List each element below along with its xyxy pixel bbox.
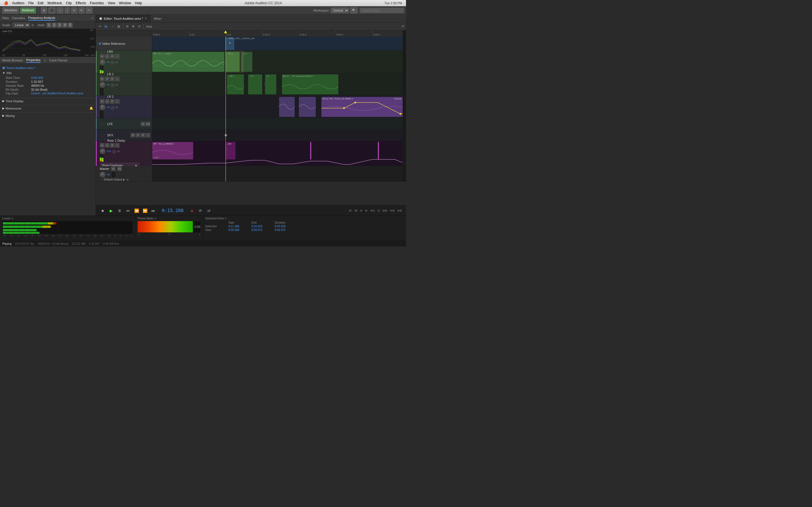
sel-view-duration[interactable]: 0:56.672: [274, 228, 294, 231]
lr0-volume-knob[interactable]: [100, 59, 105, 65]
waveform-btn[interactable]: Waveform: [2, 7, 19, 13]
track-content-master[interactable]: [152, 166, 403, 181]
time-display-header[interactable]: ▶ Time Display: [2, 99, 93, 103]
track-content-lr2[interactable]: DP w. PW - Touch_01 48000 1 Volume: [152, 96, 403, 118]
settings-icon[interactable]: ⚙: [402, 24, 404, 28]
hold-btn-3[interactable]: 3: [57, 23, 62, 27]
lfe-expand[interactable]: ⋮⋮: [100, 122, 105, 125]
sfx-btn-r[interactable]: R: [141, 133, 145, 137]
hold-btn-2[interactable]: 2: [52, 23, 56, 27]
track-content-lr1[interactable]: ...00 1 ...0 1 ...1 MC H - ...NT: [152, 73, 403, 96]
hold-btn-4[interactable]: 4: [63, 23, 67, 27]
menu-view[interactable]: View: [106, 1, 117, 6]
sel-selection-duration[interactable]: 0:04.929: [274, 225, 294, 228]
toolbar-icon-draw[interactable]: ✏: [79, 7, 85, 13]
multitrack-btn[interactable]: Multitrack: [20, 7, 36, 13]
tab-mixer[interactable]: Mixer: [151, 15, 165, 22]
master-output-label[interactable]: Default Output: [104, 178, 122, 181]
selection-menu-icon[interactable]: ≡: [225, 217, 226, 220]
lr2-clip1[interactable]: [279, 97, 295, 117]
panel-menu-icon[interactable]: ≡: [92, 16, 93, 20]
master-volume-knob[interactable]: [100, 172, 105, 177]
zoom-in-more[interactable]: ⊕⊕: [382, 209, 388, 213]
toolbar-icon-smooth[interactable]: 〜: [86, 7, 93, 13]
lr2-btn-m[interactable]: M: [100, 99, 104, 104]
tl-circle[interactable]: ⊙: [137, 24, 142, 29]
metronome-header[interactable]: ▶ Metronome 🔔: [2, 107, 93, 110]
master-btn-s[interactable]: (S): [117, 166, 122, 171]
menu-favorites[interactable]: Favorites: [88, 1, 105, 6]
tab-editor-main[interactable]: ▣ Editor: Touch Audition.sesx * ✕: [96, 15, 151, 22]
tl-minus[interactable]: ⊖: [125, 24, 130, 29]
transport-to-start[interactable]: ⏮: [124, 207, 132, 214]
menu-help[interactable]: Help: [133, 1, 144, 6]
sfx-btn-s[interactable]: S: [136, 133, 140, 137]
rear1-btn-s[interactable]: S: [105, 143, 109, 148]
lr1-btn-r[interactable]: R: [110, 76, 114, 81]
transport-fast-forward[interactable]: ⏩: [142, 207, 148, 214]
lr0-expand[interactable]: ⋮⋮: [100, 50, 106, 53]
sfx-expand[interactable]: ⋮⋮: [100, 133, 105, 136]
tab-files[interactable]: Files: [2, 16, 9, 20]
lr2-volume-knob[interactable]: [100, 105, 105, 110]
transport-rewind[interactable]: ⏪: [133, 207, 140, 214]
zoom-fit[interactable]: ⊡: [377, 209, 380, 213]
lr0-btn-r[interactable]: R: [110, 54, 114, 59]
rear1-btn-i[interactable]: I: [115, 143, 119, 148]
transport-to-end[interactable]: ⏭: [150, 207, 157, 214]
toolbar-icon-select[interactable]: ↕: [64, 7, 70, 13]
tl-undo[interactable]: ↩: [98, 24, 102, 29]
transport-pause[interactable]: ⏸: [116, 207, 123, 214]
menu-edit[interactable]: Edit: [36, 1, 45, 6]
lr1-clip4[interactable]: MC H - ...NT removed 48000 1: [282, 74, 338, 94]
tl-routing[interactable]: →: [110, 24, 115, 29]
lr2-btn-i[interactable]: I: [115, 99, 119, 104]
mixing-header[interactable]: ▶ Mixing: [2, 114, 93, 117]
track-content-video[interactable]: 🎬 A001_C007_1209GS_001: [152, 37, 403, 50]
toolbar-icon-2[interactable]: ⬛: [48, 7, 56, 13]
toolbar-icon-1[interactable]: ⊡: [41, 7, 47, 13]
track-content-rear1[interactable]: DP - Tou...p 48000 1 1114 ...tter: [152, 141, 403, 166]
track-content-lfe[interactable]: [152, 118, 403, 129]
lr1-clip2[interactable]: ...0 1: [248, 74, 262, 94]
sel-selection-end[interactable]: 0:16.415: [252, 225, 271, 228]
master-output-expand[interactable]: ▶: [123, 178, 125, 181]
toolbar-icon-cut[interactable]: ✂: [71, 7, 77, 13]
tab-favorites[interactable]: Favorites: [12, 16, 25, 20]
levels-menu-icon[interactable]: ≡: [11, 217, 13, 220]
lfe-btn-s[interactable]: (S): [146, 122, 150, 126]
menu-audition[interactable]: Audition: [10, 1, 26, 6]
master-btn-m[interactable]: M: [111, 166, 116, 171]
lr2-clip3[interactable]: DP w. PW - Touch_01 48000 1 Volume: [321, 97, 403, 117]
rear1-volume-knob[interactable]: [100, 149, 105, 154]
track-content-sfx[interactable]: [152, 129, 403, 140]
apple-logo[interactable]: 🍎: [2, 1, 10, 6]
info-section-header[interactable]: ▼ Info: [2, 71, 93, 75]
toolbar-icon-move[interactable]: ↔: [57, 7, 63, 13]
transport-loop[interactable]: ⟳: [197, 207, 204, 214]
rear1-btn-r[interactable]: R: [110, 143, 114, 148]
lr1-clip1[interactable]: ...00 1: [227, 74, 244, 94]
lr1-btn-s[interactable]: S: [105, 76, 109, 81]
tl-fx[interactable]: fx: [103, 24, 109, 29]
sel-view-start[interactable]: 0:00.000: [229, 228, 248, 231]
phase-menu-icon[interactable]: ≡: [155, 217, 156, 220]
zoom-in-full[interactable]: ⊖i: [348, 209, 352, 213]
hold-btn-1[interactable]: 1: [47, 23, 51, 27]
tl-plus[interactable]: ⊕: [131, 24, 136, 29]
lr0-btn-s[interactable]: S: [105, 54, 109, 59]
rear1-expand[interactable]: ⋮⋮: [100, 138, 106, 142]
workspace-search-icon[interactable]: 🔍: [350, 7, 357, 13]
menu-multitrack[interactable]: Multitrack: [46, 1, 63, 6]
tl-grid[interactable]: ▤: [116, 24, 121, 29]
transport-stop[interactable]: ■: [99, 207, 106, 214]
tab-frequency-analysis[interactable]: Frequency Analysis: [28, 15, 55, 20]
rear1-clip2[interactable]: ...tter: [225, 142, 236, 159]
zoom-in[interactable]: ⊖: [359, 209, 363, 213]
lr0-clip1[interactable]: DP - To..\ - Loop 1: [152, 52, 224, 72]
editor-tab-close[interactable]: ✕: [145, 17, 147, 20]
tab-track-panner[interactable]: Track Panner: [49, 58, 68, 62]
lr2-btn-r[interactable]: R: [110, 99, 114, 104]
lr0-btn-m[interactable]: M: [100, 54, 104, 59]
lr0-btn-i[interactable]: I: [115, 54, 119, 59]
